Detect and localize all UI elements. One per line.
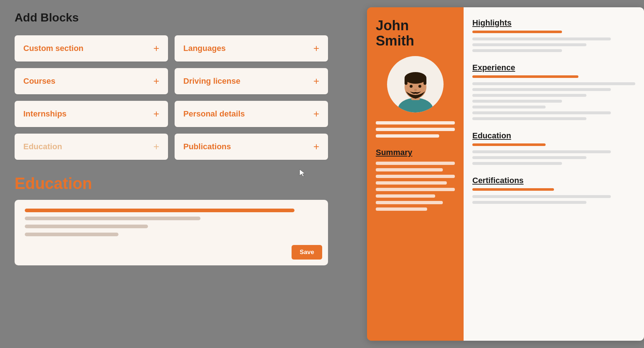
education-title-right: Education xyxy=(472,131,635,141)
block-publications[interactable]: Publications + xyxy=(175,134,328,160)
plus-icon: + xyxy=(313,108,319,120)
resume-right-column: Highlights Experience Education xyxy=(464,7,644,341)
highlights-title: Highlights xyxy=(472,18,635,28)
exp-line-3 xyxy=(472,94,586,97)
block-courses[interactable]: Courses + xyxy=(15,68,168,94)
svg-point-4 xyxy=(405,72,426,84)
experience-bar xyxy=(472,75,578,78)
plus-icon: + xyxy=(313,43,319,54)
edu-line-3 xyxy=(25,225,148,228)
block-languages[interactable]: Languages + xyxy=(175,35,328,62)
education-section: Education Save xyxy=(15,174,328,265)
block-label: Internships xyxy=(23,109,67,119)
certifications-title: Certifications xyxy=(472,176,635,185)
education-section-title: Education xyxy=(15,174,328,193)
svg-point-7 xyxy=(410,85,413,88)
info-line-1 xyxy=(376,121,455,124)
block-label: Personal details xyxy=(183,109,245,119)
summary-line-7 xyxy=(376,201,443,204)
save-button[interactable]: Save xyxy=(292,245,322,260)
experience-title: Experience xyxy=(472,63,635,72)
highlights-line-3 xyxy=(472,49,562,52)
block-label: Custom section xyxy=(23,44,83,53)
info-line-3 xyxy=(376,134,439,138)
summary-line-6 xyxy=(376,194,435,198)
summary-line-8 xyxy=(376,207,427,211)
exp-line-1 xyxy=(472,82,635,85)
block-education[interactable]: Education + xyxy=(15,134,168,160)
block-driving-license[interactable]: Driving license + xyxy=(175,68,328,94)
exp-line-4 xyxy=(472,100,562,103)
summary-line-3 xyxy=(376,175,455,178)
exp-line-5 xyxy=(472,106,546,108)
plus-icon: + xyxy=(153,75,159,87)
resume-info-lines xyxy=(376,121,455,138)
cert-line-1 xyxy=(472,195,611,198)
edu-line-r1 xyxy=(472,150,611,153)
edu-line-1 xyxy=(25,209,294,212)
summary-line-1 xyxy=(376,162,455,165)
summary-line-5 xyxy=(376,188,455,191)
highlights-bar xyxy=(472,31,562,33)
block-label: Languages xyxy=(183,44,226,53)
education-card: Save xyxy=(15,200,328,265)
plus-icon: + xyxy=(313,75,319,87)
resume-section-experience: Experience xyxy=(472,63,635,120)
svg-point-8 xyxy=(418,85,421,88)
block-personal-details[interactable]: Personal details + xyxy=(175,101,328,127)
svg-point-9 xyxy=(414,89,417,91)
certifications-bar xyxy=(472,188,554,191)
avatar xyxy=(387,56,444,112)
plus-icon: + xyxy=(313,141,319,153)
cert-line-2 xyxy=(472,201,586,204)
summary-line-2 xyxy=(376,168,443,171)
block-label: Driving license xyxy=(183,76,241,86)
resume-name: JohnSmith xyxy=(376,18,455,49)
block-internships[interactable]: Internships + xyxy=(15,101,168,127)
svg-rect-5 xyxy=(405,78,407,85)
resume-summary-label: Summary xyxy=(376,148,455,157)
edu-line-2 xyxy=(25,217,200,220)
plus-icon: + xyxy=(153,43,159,54)
exp-line-7 xyxy=(472,117,586,120)
block-label: Publications xyxy=(183,142,231,151)
plus-icon: + xyxy=(153,108,159,120)
blocks-grid: Custom section + Languages + Courses + D… xyxy=(15,35,328,160)
exp-line-6 xyxy=(472,111,611,114)
block-label: Education xyxy=(23,142,62,151)
edu-line-r3 xyxy=(472,162,562,165)
highlights-line-2 xyxy=(472,43,586,46)
exp-line-2 xyxy=(472,88,611,91)
resume-section-highlights: Highlights xyxy=(472,18,635,52)
plus-icon: + xyxy=(153,141,159,153)
highlights-line-1 xyxy=(472,37,611,40)
left-panel: Add Blocks Custom section + Languages + … xyxy=(0,0,343,348)
education-bar xyxy=(472,143,546,146)
block-custom-section[interactable]: Custom section + xyxy=(15,35,168,62)
page-title: Add Blocks xyxy=(15,11,328,24)
resume-summary-lines xyxy=(376,162,455,211)
resume-section-certifications: Certifications xyxy=(472,176,635,204)
resume-left-column: JohnSmith xyxy=(367,7,464,341)
resume-section-education: Education xyxy=(472,131,635,165)
svg-rect-6 xyxy=(424,78,426,85)
edu-line-4 xyxy=(25,233,118,236)
info-line-2 xyxy=(376,128,455,131)
resume-preview: JohnSmith xyxy=(367,7,644,341)
edu-line-r2 xyxy=(472,156,586,159)
block-label: Courses xyxy=(23,76,55,86)
summary-line-4 xyxy=(376,181,447,185)
